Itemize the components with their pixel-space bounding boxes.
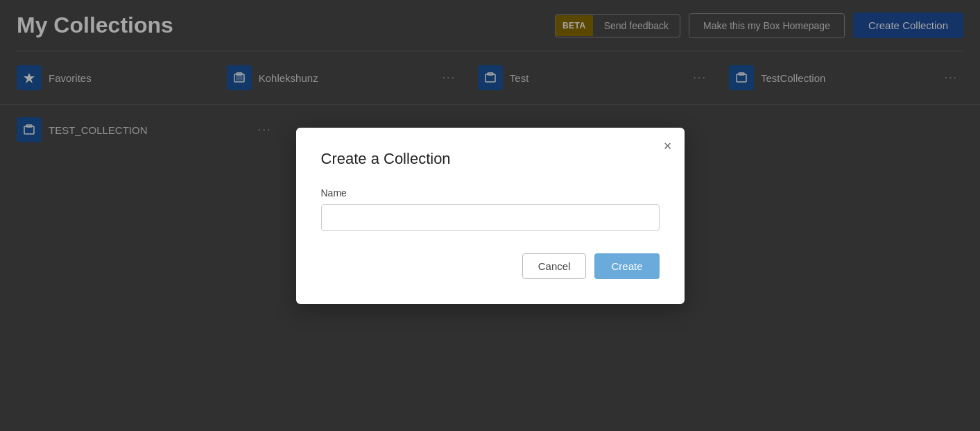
modal-title: Create a Collection bbox=[321, 150, 660, 168]
cancel-button[interactable]: Cancel bbox=[522, 253, 587, 279]
modal-overlay: × Create a Collection Name Cancel Create bbox=[0, 0, 980, 431]
page-background: My Collections BETA Send feedback Make t… bbox=[0, 0, 980, 431]
create-collection-modal: × Create a Collection Name Cancel Create bbox=[296, 128, 685, 304]
modal-close-button[interactable]: × bbox=[664, 139, 672, 153]
modal-actions: Cancel Create bbox=[321, 253, 660, 279]
create-button[interactable]: Create bbox=[594, 253, 659, 279]
name-label: Name bbox=[321, 187, 660, 198]
collection-name-input[interactable] bbox=[321, 204, 660, 231]
